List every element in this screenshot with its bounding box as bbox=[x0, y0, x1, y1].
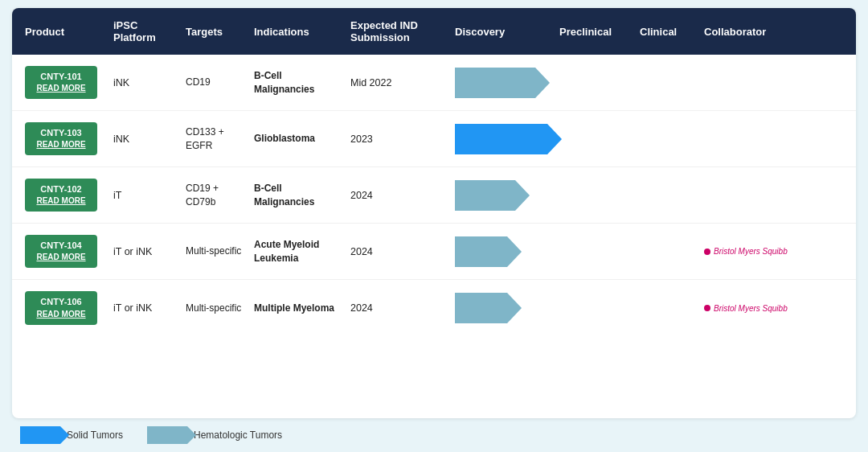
targets-cell-2: CD133 + EGFR bbox=[181, 125, 249, 153]
ipsc-cell-2: iNK bbox=[108, 134, 181, 145]
legend-gray-body bbox=[147, 426, 187, 444]
ind-date-cell-4: 2024 bbox=[346, 246, 450, 257]
table-row: CNTY-103 READ MORE iNK CD133 + EGFR Glio… bbox=[12, 111, 856, 167]
table-header: Product iPSC Platform Targets Indication… bbox=[12, 8, 856, 55]
arrow-body-2 bbox=[455, 124, 547, 154]
col-header-ipsc: iPSC Platform bbox=[108, 19, 181, 43]
discovery-arrow-4 bbox=[455, 236, 550, 267]
col-header-targets: Targets bbox=[181, 26, 249, 38]
collaborator-cell-4: Bristol Myers Squibb bbox=[699, 247, 848, 256]
product-cell-1: CNTY-101 READ MORE bbox=[20, 66, 108, 99]
pipeline-table: Product iPSC Platform Targets Indication… bbox=[12, 8, 856, 418]
col-header-product: Product bbox=[20, 26, 108, 38]
main-container: Product iPSC Platform Targets Indication… bbox=[0, 0, 868, 452]
ipsc-cell-4: iT or iNK bbox=[108, 246, 181, 257]
bms-icon bbox=[704, 249, 710, 255]
arrow-body-1 bbox=[455, 68, 535, 98]
ind-date-cell-3: 2024 bbox=[346, 190, 450, 201]
legend-arrow-blue bbox=[20, 426, 60, 444]
table-row: CNTY-104 READ MORE iT or iNK Multi-speci… bbox=[12, 224, 856, 280]
ipsc-cell-5: iT or iNK bbox=[108, 302, 181, 314]
targets-cell-3: CD19 + CD79b bbox=[181, 182, 249, 209]
cnty-101-button[interactable]: CNTY-101 READ MORE bbox=[25, 66, 97, 99]
cnty-106-button[interactable]: CNTY-106 READ MORE bbox=[25, 291, 97, 324]
legend-blue-body bbox=[20, 426, 60, 444]
arrow-cell-1 bbox=[450, 68, 555, 98]
legend: Solid Tumors Hematologic Tumors bbox=[12, 418, 856, 444]
table-body: CNTY-101 READ MORE iNK CD19 B-Cell Malig… bbox=[12, 55, 856, 336]
collaborator-cell-5: Bristol Myers Squibb bbox=[699, 304, 848, 313]
table-row: CNTY-102 READ MORE iT CD19 + CD79b B-Cel… bbox=[12, 167, 856, 224]
ind-date-cell-2: 2023 bbox=[346, 134, 450, 145]
arrow-cell-3 bbox=[450, 180, 555, 211]
bms-label: Bristol Myers Squibb bbox=[714, 304, 788, 313]
bms-logo-4: Bristol Myers Squibb bbox=[704, 247, 843, 256]
targets-cell-5: Multi-specific bbox=[181, 302, 249, 315]
legend-solid-tumors: Solid Tumors bbox=[20, 426, 123, 444]
targets-cell-4: Multi-specific bbox=[181, 244, 249, 258]
col-header-clinical: Clinical bbox=[635, 26, 699, 38]
arrow-body-5 bbox=[455, 293, 507, 323]
col-header-collaborator: Collaborator bbox=[699, 26, 848, 38]
targets-cell-1: CD19 bbox=[181, 76, 249, 89]
arrow-cell-5 bbox=[450, 293, 555, 323]
legend-arrow-gray bbox=[147, 426, 187, 444]
col-header-indications: Indications bbox=[249, 26, 346, 38]
table-row: CNTY-106 READ MORE iT or iNK Multi-speci… bbox=[12, 280, 856, 336]
ipsc-cell-1: iNK bbox=[108, 77, 181, 88]
product-cell-4: CNTY-104 READ MORE bbox=[20, 235, 108, 268]
table-row: CNTY-101 READ MORE iNK CD19 B-Cell Malig… bbox=[12, 55, 856, 111]
indication-cell-2: Glioblastoma bbox=[249, 132, 346, 146]
col-header-ind: Expected IND Submission bbox=[346, 19, 450, 43]
bms-label: Bristol Myers Squibb bbox=[714, 247, 788, 256]
product-cell-5: CNTY-106 READ MORE bbox=[20, 291, 108, 324]
bms-icon bbox=[704, 305, 710, 311]
ind-date-cell-5: 2024 bbox=[346, 302, 450, 314]
ind-date-cell-1: Mid 2022 bbox=[346, 77, 450, 88]
arrow-body-4 bbox=[455, 236, 507, 267]
legend-hematologic-label: Hematologic Tumors bbox=[194, 429, 282, 441]
indication-cell-5: Multiple Myeloma bbox=[249, 302, 346, 315]
cnty-103-button[interactable]: CNTY-103 READ MORE bbox=[25, 122, 97, 155]
cnty-102-button[interactable]: CNTY-102 READ MORE bbox=[25, 179, 97, 212]
col-header-discovery: Discovery bbox=[450, 26, 555, 38]
arrow-cell-2 bbox=[450, 124, 555, 154]
discovery-arrow-5 bbox=[455, 293, 550, 323]
discovery-arrow-1 bbox=[455, 68, 550, 98]
discovery-arrow-2 bbox=[455, 124, 550, 154]
col-header-preclinical: Preclinical bbox=[555, 26, 635, 38]
product-cell-3: CNTY-102 READ MORE bbox=[20, 179, 108, 212]
legend-hematologic-tumors: Hematologic Tumors bbox=[147, 426, 282, 444]
legend-solid-label: Solid Tumors bbox=[67, 429, 123, 441]
product-cell-2: CNTY-103 READ MORE bbox=[20, 122, 108, 155]
discovery-arrow-3 bbox=[455, 180, 550, 211]
ipsc-cell-3: iT bbox=[108, 190, 181, 201]
cnty-104-button[interactable]: CNTY-104 READ MORE bbox=[25, 235, 97, 268]
arrow-body-3 bbox=[455, 180, 515, 211]
indication-cell-3: B-Cell Malignancies bbox=[249, 182, 346, 209]
bms-logo-5: Bristol Myers Squibb bbox=[704, 304, 843, 313]
arrow-cell-4 bbox=[450, 236, 555, 267]
indication-cell-4: Acute Myeloid Leukemia bbox=[249, 238, 346, 265]
indication-cell-1: B-Cell Malignancies bbox=[249, 69, 346, 97]
